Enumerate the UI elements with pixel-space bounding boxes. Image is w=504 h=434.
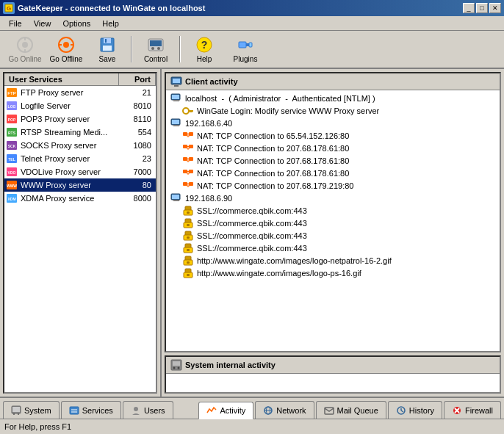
www-service-icon: WWW (6, 179, 18, 191)
list-item[interactable]: SCK SOCKS Proxy server 1080 (4, 139, 156, 152)
tab-services-label: Services (82, 406, 113, 415)
svg-point-96 (18, 413, 19, 415)
menu-file[interactable]: File (3, 18, 28, 29)
firewall-tab-icon (452, 405, 462, 416)
title-buttons[interactable]: _ □ ✕ (463, 3, 501, 13)
ssl-icon (182, 243, 194, 253)
tab-services[interactable]: Services (61, 401, 121, 419)
list-item[interactable]: RTS RTSP Streaming Medi... 554 (4, 126, 156, 139)
xdma-service-name: XDMA Proxy service (21, 194, 118, 203)
go-online-icon (16, 36, 34, 54)
socks-service-port: 1080 (118, 141, 154, 150)
tree-item: NAT: TCP Connection to 207.68.178.61:80 (168, 142, 498, 154)
telnet-service-port: 23 (118, 154, 154, 163)
svg-rect-11 (104, 38, 111, 43)
right-panel: Client activity localhost - ( Administra… (162, 69, 504, 397)
list-header: User Services Port (4, 73, 156, 86)
minimize-button[interactable]: _ (463, 3, 475, 13)
socks-service-icon: SCK (6, 140, 18, 151)
go-offline-button[interactable]: Go Offline (47, 33, 85, 65)
ssl-icon (182, 206, 194, 216)
close-button[interactable]: ✕ (489, 3, 501, 13)
toolbar: Go Online Go Offline Save (0, 31, 504, 69)
list-item[interactable]: FTP FTP Proxy server 21 (4, 86, 156, 99)
svg-rect-20 (239, 42, 246, 48)
tab-history-label: History (409, 406, 434, 415)
system-activity-panel: System internal activity (165, 355, 501, 394)
tab-activity[interactable]: Activity (198, 402, 253, 419)
tree-item-text: SSL://commerce.qbik.com:443 (197, 244, 307, 253)
system-activity-title: System internal activity (185, 361, 276, 369)
svg-point-7 (63, 42, 69, 48)
save-button[interactable]: Save (88, 33, 126, 65)
log-service-icon: LOG (6, 100, 18, 112)
activity-tree: localhost - ( Administrator - Authentica… (166, 90, 500, 281)
help-label: Help (197, 55, 212, 63)
svg-rect-66 (189, 182, 193, 186)
tree-item-text: NAT: TCP Connection to 207.68.178.61:80 (197, 144, 349, 153)
svg-rect-44 (173, 84, 180, 85)
svg-rect-70 (173, 200, 180, 200)
svg-rect-13 (105, 39, 107, 43)
log-service-port: 8010 (118, 101, 154, 110)
help-button[interactable]: ? Help (185, 33, 223, 65)
list-item[interactable]: LOG Logfile Server 8010 (4, 99, 156, 112)
tree-item-text: NAT: TCP Connection to 207.68.179.219:80 (197, 181, 353, 190)
plugins-label: Plugins (234, 55, 258, 63)
list-item[interactable]: TEL Telnet Proxy server 23 (4, 152, 156, 165)
svg-rect-62 (189, 157, 193, 161)
log-service-name: Logfile Server (21, 101, 118, 110)
url-icon (182, 268, 194, 278)
tree-item: NAT: TCP Connection to 207.68.178.61:80 (168, 167, 498, 179)
tab-firewall[interactable]: Firewall (444, 401, 501, 419)
svg-rect-21 (246, 43, 249, 46)
svg-line-107 (401, 411, 403, 412)
vdo-service-icon: VDO (6, 166, 18, 178)
svg-point-49 (183, 108, 189, 114)
client-activity-panel: Client activity localhost - ( Administra… (165, 72, 501, 352)
control-label: Control (144, 55, 168, 63)
list-item[interactable]: XDM XDMA Proxy service 8000 (4, 192, 156, 205)
menu-view[interactable]: View (28, 18, 57, 29)
toolbar-separator-2 (179, 36, 181, 62)
svg-point-3 (22, 42, 28, 48)
list-item[interactable]: POP POP3 Proxy server 8110 (4, 112, 156, 126)
svg-rect-94 (12, 407, 20, 412)
status-text: For Help, press F1 (4, 422, 71, 431)
tab-mailqueue[interactable]: Mail Queue (316, 401, 386, 419)
tab-system[interactable]: System (3, 401, 60, 419)
tab-history[interactable]: History (388, 401, 442, 419)
network-tab-icon (263, 405, 273, 416)
list-item[interactable]: WWW WWW Proxy server 80 (4, 178, 156, 192)
rtsp-service-name: RTSP Streaming Medi... (21, 128, 118, 137)
nat-conn-icon (182, 143, 194, 153)
list-item[interactable]: VDO VDOLive Proxy server 7000 (4, 165, 156, 178)
tab-network[interactable]: Network (255, 401, 314, 419)
rtsp-service-icon: RTS (6, 126, 18, 138)
tree-item: SSL://commerce.qbik.com:443 (168, 242, 498, 254)
tab-firewall-label: Firewall (465, 406, 493, 415)
go-offline-icon (57, 36, 75, 54)
go-online-label: Go Online (8, 55, 41, 63)
svg-rect-61 (183, 157, 187, 161)
left-panel: User Services Port FTP FTP Proxy server … (0, 69, 162, 397)
svg-rect-88 (187, 274, 190, 276)
svg-point-92 (178, 367, 180, 369)
go-online-button[interactable]: Go Online (6, 33, 44, 65)
tree-item-text: http://www.wingate.com/images/logo-netpa… (197, 256, 392, 265)
pop3-service-name: POP3 Proxy server (21, 115, 118, 123)
go-offline-label: Go Offline (50, 55, 83, 63)
plugins-button[interactable]: Plugins (226, 33, 264, 65)
menu-help[interactable]: Help (96, 18, 125, 29)
tab-mailqueue-label: Mail Queue (337, 406, 378, 415)
maximize-button[interactable]: □ (476, 3, 488, 13)
control-button[interactable]: Control (137, 33, 175, 65)
tab-users[interactable]: Users (123, 401, 173, 419)
tree-item: http://www.wingate.com/images/logo-ps-16… (168, 267, 498, 279)
menu-options[interactable]: Options (57, 18, 96, 29)
xdma-service-icon: XDM (6, 192, 18, 204)
svg-rect-79 (187, 236, 190, 239)
tree-item: NAT: TCP Connection to 207.68.178.61:80 (168, 154, 498, 167)
vdo-service-name: VDOLive Proxy server (21, 167, 118, 176)
tree-item-text: SSL://commerce.qbik.com:443 (197, 231, 307, 240)
